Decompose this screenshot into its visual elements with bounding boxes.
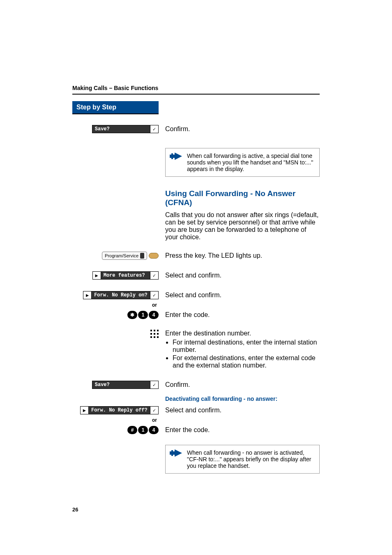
save-pill: Save? ✓: [92, 381, 159, 389]
digit-key-icon: 4: [149, 426, 159, 434]
section-intro: Calls that you do not answer after six r…: [165, 211, 320, 241]
note-text: When call forwarding is active, a specia…: [187, 153, 315, 172]
save-pill-label: Save?: [92, 125, 150, 133]
svg-rect-2: [157, 330, 159, 331]
enter-code-text: Enter the code.: [165, 311, 320, 319]
svg-rect-0: [150, 330, 152, 331]
save-pill-label: Save?: [92, 381, 150, 388]
svg-rect-1: [154, 330, 155, 331]
check-icon: ✓: [150, 125, 158, 133]
chevron-right-icon: ▶: [81, 407, 88, 414]
or-label: or: [72, 417, 159, 423]
select-confirm-text: Select and confirm.: [165, 272, 320, 279]
confirm-text: Confirm.: [165, 381, 320, 388]
deactivate-subtitle: Deactivating call forwarding - no answer…: [165, 395, 320, 402]
svg-rect-4: [154, 333, 155, 335]
svg-rect-5: [157, 333, 159, 335]
forw-off-label: Forw. No Reply off?: [88, 407, 150, 414]
bullet-internal: For internal destinations, enter the int…: [173, 339, 320, 354]
chevron-right-icon: ▶: [83, 291, 91, 299]
enter-destination-text: Enter the destination number.: [165, 330, 320, 337]
more-features-pill: ▶ More features? ✓: [92, 271, 159, 280]
section-title: Using Call Forwarding - No Answer (CFNA): [165, 189, 320, 207]
confirm-text: Confirm.: [165, 125, 320, 133]
enter-code-text: Enter the code.: [165, 426, 320, 434]
save-pill: Save? ✓: [92, 125, 159, 133]
select-confirm-text: Select and confirm.: [165, 407, 320, 414]
note-box: When call forwarding is active, a specia…: [165, 148, 320, 177]
note-box: When call forwarding - no answer is acti…: [165, 445, 320, 474]
destination-bullets: For internal destinations, enter the int…: [173, 338, 320, 370]
or-label: or: [72, 302, 159, 308]
running-header: Making Calls – Basic Functions: [72, 85, 320, 95]
code-off-keys: # 1 4: [127, 426, 159, 434]
program-service-key: Program/Service: [102, 252, 147, 260]
code-on-keys: ✱ 1 4: [127, 311, 159, 319]
more-features-label: More features?: [101, 272, 150, 279]
digit-key-icon: 1: [138, 426, 148, 434]
press-key-text: Press the key. The LED lights up.: [165, 252, 320, 259]
digit-key-icon: 1: [138, 311, 148, 319]
check-icon: ✓: [150, 407, 158, 414]
select-confirm-text: Select and confirm.: [165, 291, 320, 299]
check-icon: ✓: [150, 272, 158, 279]
key-rect-icon: [140, 253, 144, 259]
bullet-external: For external destinations, enter the ext…: [173, 354, 320, 369]
forw-on-pill: ▶ Forw. No Reply on? ✓: [83, 291, 159, 299]
check-icon: ✓: [150, 291, 158, 299]
forw-off-pill: ▶ Forw. No Reply off? ✓: [80, 406, 159, 414]
keypad-icon: [150, 330, 159, 338]
note-arrow-icon: [170, 449, 184, 458]
svg-rect-8: [157, 336, 159, 338]
program-service-label: Program/Service: [105, 253, 138, 258]
svg-rect-6: [150, 336, 152, 338]
page-number: 26: [72, 506, 392, 513]
hash-key-icon: #: [127, 426, 137, 434]
check-icon: ✓: [150, 381, 158, 388]
step-by-step-header: Step by Step: [72, 101, 159, 114]
note-arrow-icon: [170, 153, 184, 162]
note-text: When call forwarding - no answer is acti…: [187, 449, 315, 469]
digit-key-icon: 4: [149, 311, 159, 319]
svg-rect-7: [154, 336, 155, 338]
led-icon: [149, 253, 159, 259]
svg-rect-3: [150, 333, 152, 335]
chevron-right-icon: ▶: [93, 272, 101, 279]
forw-on-label: Forw. No Reply on?: [91, 291, 150, 299]
star-key-icon: ✱: [127, 311, 137, 319]
